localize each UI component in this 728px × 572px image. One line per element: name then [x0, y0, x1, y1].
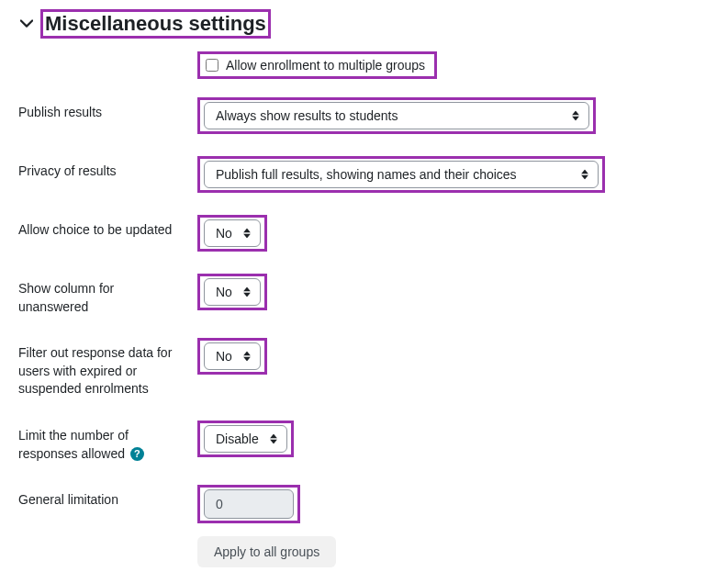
chevron-down-icon [18, 16, 35, 32]
general-limitation-highlight [197, 485, 300, 523]
general-limitation-row: General limitation [18, 485, 710, 523]
show-unanswered-row: Show column for unanswered No [18, 274, 710, 316]
allow-multi-highlight: Allow enrollment to multiple groups [197, 51, 437, 79]
filter-expired-highlight: No [197, 338, 267, 375]
allow-update-select[interactable]: No [204, 219, 261, 247]
select-caret-icon [572, 111, 579, 121]
general-limitation-input[interactable] [204, 489, 294, 519]
publish-results-select[interactable]: Always show results to students [204, 102, 589, 129]
publish-results-label: Publish results [18, 97, 197, 122]
publish-results-value: Always show results to students [216, 108, 398, 123]
section-title: Miscellaneous settings [45, 12, 266, 36]
select-caret-icon [243, 352, 251, 362]
general-limitation-label: General limitation [18, 485, 197, 510]
privacy-value: Publish full results, showing names and … [216, 167, 517, 182]
privacy-label: Privacy of results [18, 156, 197, 181]
limit-responses-row: Limit the number of responses allowed ? … [18, 421, 710, 463]
select-caret-icon [243, 287, 251, 297]
help-icon[interactable]: ? [130, 447, 144, 461]
limit-responses-value: Disable [216, 432, 259, 446]
allow-update-value: No [216, 226, 232, 241]
allow-multi-label: Allow enrollment to multiple groups [226, 58, 425, 73]
filter-expired-select[interactable]: No [204, 342, 261, 370]
allow-update-label: Allow choice to be updated [18, 215, 197, 240]
allow-update-row: Allow choice to be updated No [18, 215, 710, 252]
apply-to-all-groups-button[interactable]: Apply to all groups [197, 536, 336, 567]
filter-expired-label: Filter out response data for users with … [18, 338, 197, 398]
show-unanswered-highlight: No [197, 274, 267, 310]
allow-update-highlight: No [197, 215, 267, 252]
section-header[interactable]: Miscellaneous settings [18, 9, 710, 39]
limit-responses-select[interactable]: Disable [204, 425, 287, 453]
privacy-select[interactable]: Publish full results, showing names and … [204, 161, 599, 188]
show-unanswered-value: No [216, 285, 232, 299]
select-caret-icon [270, 433, 277, 443]
privacy-highlight: Publish full results, showing names and … [197, 156, 605, 193]
publish-results-row: Publish results Always show results to s… [18, 97, 710, 134]
publish-results-highlight: Always show results to students [197, 97, 596, 134]
filter-expired-row: Filter out response data for users with … [18, 338, 710, 398]
section-title-highlight: Miscellaneous settings [40, 9, 271, 39]
show-unanswered-label: Show column for unanswered [18, 274, 197, 316]
privacy-row: Privacy of results Publish full results,… [18, 156, 710, 193]
select-caret-icon [581, 170, 588, 180]
select-caret-icon [243, 229, 251, 239]
filter-expired-value: No [216, 349, 232, 364]
show-unanswered-select[interactable]: No [204, 278, 261, 306]
limit-responses-highlight: Disable [197, 421, 294, 457]
allow-multi-checkbox[interactable] [206, 59, 218, 72]
limit-responses-label: Limit the number of responses allowed [18, 428, 129, 461]
apply-row: Apply to all groups [18, 536, 710, 567]
allow-multi-row: Allow enrollment to multiple groups [197, 51, 710, 79]
